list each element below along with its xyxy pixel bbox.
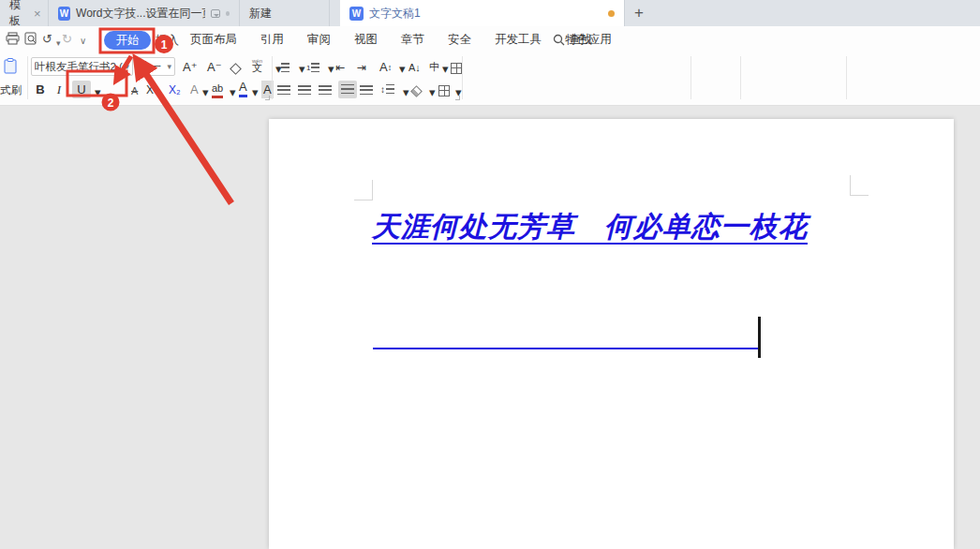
tab-word-tips[interactable]: W Word文字技...设置在同一页面: [49, 0, 240, 26]
wps-writer-icon: W: [349, 7, 364, 21]
format-painter-button[interactable]: 式刷: [0, 82, 22, 99]
margin-cropmark-right: [850, 175, 869, 196]
clear-format-icon[interactable]: [231, 60, 240, 78]
pinyin-guide-button[interactable]: wén 文: [252, 55, 262, 73]
tab-template-label: 模板: [9, 0, 21, 26]
numbering-dropdown-icon[interactable]: ▾: [328, 60, 334, 78]
find-label: 查找: [569, 32, 592, 48]
font-size-value: 小一: [140, 60, 161, 74]
numbering-icon[interactable]: 1: [306, 59, 319, 77]
paste-icon[interactable]: [4, 57, 17, 75]
shrink-font-button[interactable]: A⁻: [207, 58, 222, 76]
wps-writer-icon: W: [58, 7, 70, 21]
margin-cropmark-left: [354, 180, 373, 200]
wps-writer-window: 模板 × W Word文字技...设置在同一页面 新建 W 文字文稿1 +: [0, 0, 980, 549]
line-spacing-dropdown-icon[interactable]: ▾: [403, 83, 409, 101]
highlight-button[interactable]: ab: [212, 81, 223, 98]
underline-button[interactable]: U: [72, 81, 91, 98]
cjk-layout-dropdown-icon[interactable]: ▾: [442, 60, 449, 78]
tab-new-label: 新建: [249, 6, 272, 22]
align-left-icon[interactable]: [277, 82, 290, 99]
line-spacing-icon[interactable]: ↕: [380, 81, 394, 98]
tab-active-label: 文字文稿1: [369, 6, 421, 22]
text-scale-icon[interactable]: A↕: [379, 58, 392, 76]
highlight-dropdown-icon[interactable]: ▾: [230, 83, 236, 101]
tab-view[interactable]: 视图: [354, 32, 378, 48]
tab-dev-tools[interactable]: 开发工具: [495, 32, 542, 48]
distribute-table-icon[interactable]: [451, 59, 462, 77]
bullets-icon[interactable]: •: [277, 59, 290, 77]
align-right-icon[interactable]: [319, 82, 332, 99]
tab-review[interactable]: 审阅: [307, 32, 331, 48]
italic-button[interactable]: I: [53, 81, 65, 98]
distribute-text-icon[interactable]: [360, 82, 373, 99]
tab-page-layout[interactable]: 页面布局: [190, 32, 237, 48]
tab-insert[interactable]: 插入: [156, 33, 179, 49]
align-center-icon[interactable]: [298, 82, 311, 99]
tab-references[interactable]: 引用: [260, 32, 284, 48]
collapse-ribbon-icon[interactable]: ∨: [80, 34, 86, 49]
search-icon: [553, 34, 565, 46]
justify-icon[interactable]: [338, 81, 357, 98]
grow-font-button[interactable]: A⁺: [183, 58, 198, 76]
document-heading-text[interactable]: 天涯何处无芳草 何必单恋一枝花: [372, 208, 808, 246]
bold-button[interactable]: B: [34, 81, 47, 98]
font-color-button[interactable]: A: [239, 80, 247, 97]
tab-home-active[interactable]: 开始: [104, 31, 151, 50]
superscript-button[interactable]: X²: [146, 81, 157, 98]
sort-icon[interactable]: A↓: [408, 58, 421, 76]
chevron-down-icon: ▾: [125, 62, 129, 71]
shading-dropdown-icon[interactable]: ▾: [429, 83, 436, 101]
decrease-indent-icon[interactable]: ⇤: [335, 58, 345, 76]
print-preview-icon[interactable]: [24, 32, 38, 49]
bullets-dropdown-icon[interactable]: ▾: [299, 60, 305, 78]
document-page[interactable]: 天涯何处无芳草 何必单恋一枝花: [269, 119, 954, 549]
home-ribbon-toolbar: 式刷 叶根友毛笔行书2.( ▾ 小一 ▾ A⁺ A⁻ wén 文 ▾ B I U…: [0, 52, 980, 106]
font-color-dropdown-icon[interactable]: ▾: [252, 83, 259, 101]
ribbon-tabs: 页面布局 引用 审阅 视图 章节 安全 开发工具 特色应用: [190, 26, 612, 52]
tab-template[interactable]: 模板 ×: [0, 0, 49, 26]
text-scale-dropdown-icon[interactable]: ▾: [399, 60, 406, 78]
tab-section[interactable]: 章节: [401, 32, 424, 48]
print-icon[interactable]: [6, 32, 20, 49]
unsaved-dot: [608, 10, 615, 17]
tab-security[interactable]: 安全: [448, 32, 471, 48]
tab-status-dot: [226, 11, 230, 16]
undo-dropdown-icon[interactable]: ▾: [56, 36, 61, 51]
text-effects-button[interactable]: A: [190, 81, 199, 98]
close-icon[interactable]: ×: [34, 7, 41, 21]
comment-icon: [211, 9, 220, 18]
strikethrough-button[interactable]: A: [131, 82, 138, 99]
text-effects-dropdown-icon[interactable]: ▾: [202, 83, 209, 101]
subscript-button[interactable]: X₂: [169, 81, 181, 98]
cjk-layout-icon[interactable]: 中: [429, 58, 439, 76]
shading-icon[interactable]: [412, 82, 421, 100]
font-size-select[interactable]: 小一 ▾: [136, 57, 175, 76]
tab-new[interactable]: 新建: [240, 0, 330, 26]
redo-icon[interactable]: ↻: [62, 32, 72, 47]
text-caret: [758, 317, 761, 358]
undo-icon[interactable]: ↺: [42, 32, 52, 47]
new-tab-button[interactable]: +: [625, 0, 653, 26]
document-canvas: 天涯何处无芳草 何必单恋一枝花: [0, 106, 980, 549]
empty-underline-segment: [373, 348, 761, 349]
tab-word-tips-label: Word文字技...设置在同一页面: [76, 6, 205, 22]
document-tab-bar: 模板 × W Word文字技...设置在同一页面 新建 W 文字文稿1 +: [0, 0, 980, 26]
borders-icon[interactable]: [438, 82, 450, 99]
font-name-value: 叶根友毛笔行书2.(: [35, 60, 123, 74]
tab-wenzi-wengao1[interactable]: W 文字文稿1: [340, 0, 625, 26]
font-name-select[interactable]: 叶根友毛笔行书2.( ▾: [31, 57, 133, 76]
find-button[interactable]: 查找: [553, 26, 592, 52]
underline-dropdown-icon[interactable]: ▾: [95, 83, 101, 101]
chevron-down-icon: ▾: [167, 62, 171, 71]
increase-indent-icon[interactable]: ⇥: [357, 58, 366, 76]
